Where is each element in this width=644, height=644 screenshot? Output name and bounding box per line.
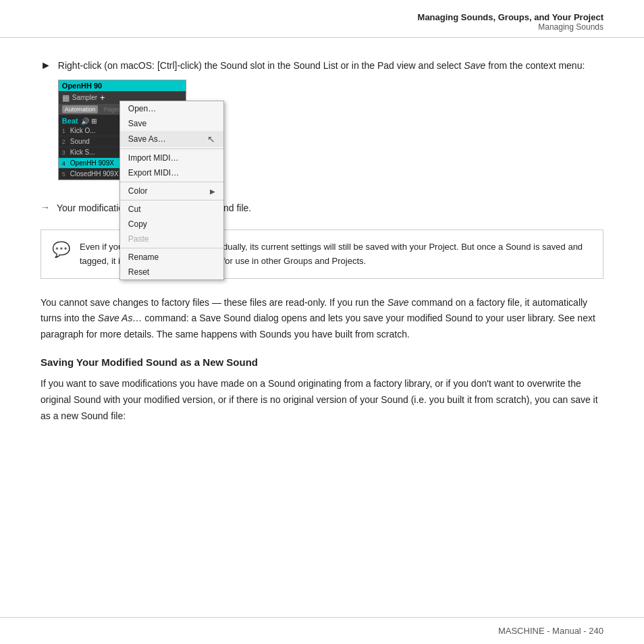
body-para1-italic1: Save [387,297,409,308]
cm-sep-1 [120,149,223,149]
bullet-content: Right-click (on macOS: [Ctrl]-click) the… [58,58,603,187]
bullet-italic: Save [464,60,485,71]
sw-speaker-icon: 🔊 [81,117,89,125]
cm-sep-3 [120,200,223,200]
sw-beat-icons: 🔊 ⊞ [81,117,97,125]
sw-beat-label: Beat [62,117,78,125]
info-speech-bubble-icon: 💬 [52,241,70,259]
cm-open[interactable]: Open… [120,101,223,116]
sw-automation-btn[interactable]: Automation [62,105,99,113]
page-header: Managing Sounds, Groups, and Your Projec… [0,0,644,38]
cm-rename[interactable]: Rename [120,250,223,265]
content-area: ► Right-click (on macOS: [Ctrl]-click) t… [0,38,644,478]
bullet-arrow: ► [41,59,51,72]
sw-grid-icon: ⊞ [91,117,97,125]
cm-save[interactable]: Save [120,116,223,131]
bullet-text: Right-click (on macOS: [Ctrl]-click) the… [58,60,585,71]
footer-text: MASCHINE - Manual - 240 [498,626,603,636]
section-heading: Saving Your Modified Sound as a New Soun… [41,356,603,368]
page-footer: MASCHINE - Manual - 240 [0,617,644,644]
cursor-icon: ↖ [207,134,215,144]
sw-sampler-label: Sampler [72,94,97,101]
sw-plus-btn[interactable]: + [100,92,105,103]
cm-import-midi[interactable]: Import MIDI… [120,151,223,165]
cm-save-as[interactable]: Save As… ↖ [120,131,223,147]
cm-sep-4 [120,248,223,248]
bullet-text-before: Right-click (on macOS: [Ctrl]-click) the… [58,60,464,71]
cm-cut[interactable]: Cut [120,202,223,217]
cm-paste: Paste [120,232,223,246]
bullet-text-after: from the context menu: [485,60,585,71]
page-container: Managing Sounds, Groups, and Your Projec… [0,0,644,644]
sw-pages-label: Pages [103,105,121,113]
body-para1-before: You cannot save changes to factory files… [41,297,387,308]
bullet-section: ► Right-click (on macOS: [Ctrl]-click) t… [41,58,603,187]
context-menu: Open… Save Save As… ↖ Import MIDI… Expor… [119,101,224,280]
cm-export-midi[interactable]: Export MIDI… [120,165,223,180]
cm-color[interactable]: Color ▶ [120,184,223,198]
software-screenshot: OpenHH 90 ▦ Sampler + Automation Pages [58,80,186,180]
body-para-1: You cannot save changes to factory files… [41,295,603,343]
cm-copy[interactable]: Copy [120,217,223,232]
cm-sep-2 [120,182,223,182]
result-arrow: → [41,202,50,213]
header-subtitle: Managing Sounds [41,22,603,32]
header-title: Managing Sounds, Groups, and Your Projec… [41,12,603,22]
sw-title-bar: OpenHH 90 [59,80,186,91]
screenshot-container: OpenHH 90 ▦ Sampler + Automation Pages [58,80,186,180]
body-para-2: If you want to save modifications you ha… [41,376,603,424]
body-para1-italic2: Save As… [98,313,142,323]
cm-color-arrow: ▶ [210,188,215,195]
cm-reset[interactable]: Reset [120,265,223,279]
